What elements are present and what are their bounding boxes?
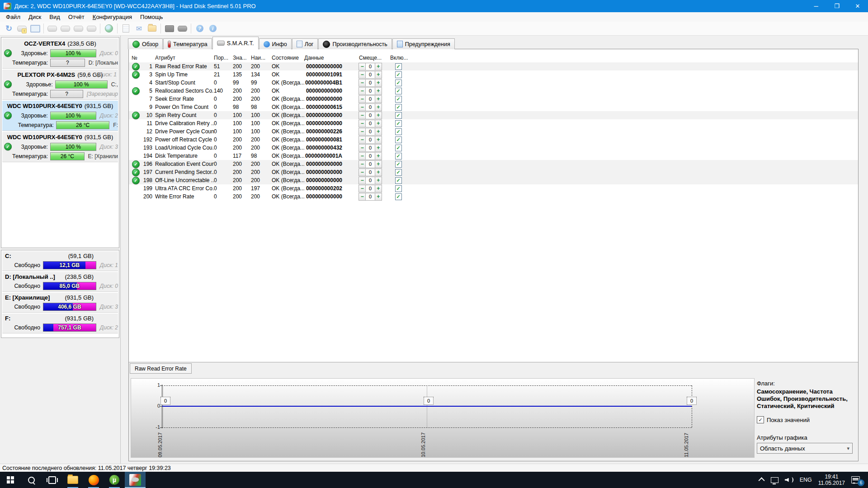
col-threshold[interactable]: Пор...: [214, 55, 233, 61]
tab-alerts[interactable]: Предупреждения: [392, 38, 455, 49]
hdsentinel-button[interactable]: [125, 472, 146, 488]
enabled-checkbox[interactable]: ✓: [395, 185, 402, 192]
offset-decrease-button[interactable]: −: [359, 103, 366, 111]
menu-item-report[interactable]: Отчёт: [64, 13, 89, 21]
enabled-checkbox[interactable]: ✓: [395, 193, 402, 200]
offset-increase-button[interactable]: +: [375, 144, 382, 152]
diskdark-icon[interactable]: [176, 23, 189, 34]
partition-panel-3[interactable]: F:(931,5 GB)Свободно757,1 GBДиск: 2: [2, 314, 118, 333]
disk-panel-0[interactable]: OCZ-VERTEX4(238,5 GB)✓Здоровье:100 %Диск…: [2, 38, 118, 69]
file-explorer-button[interactable]: [62, 472, 83, 488]
maximize-button[interactable]: ❐: [826, 0, 847, 12]
menu-item-file[interactable]: Файл: [2, 13, 24, 21]
col-value[interactable]: Зна...: [233, 55, 251, 61]
col-data[interactable]: Данные: [304, 55, 342, 61]
col-num[interactable]: №: [132, 55, 155, 61]
surface-icon[interactable]: [163, 23, 175, 34]
help-icon[interactable]: [193, 23, 206, 34]
tab-log[interactable]: Лог: [292, 38, 318, 49]
smart-row[interactable]: ✓1Raw Read Error Rate51200200OK000000000…: [129, 62, 858, 70]
offset-decrease-button[interactable]: −: [359, 152, 366, 160]
offset-increase-button[interactable]: +: [375, 71, 382, 79]
offset-increase-button[interactable]: +: [375, 103, 382, 111]
disk-panel-2[interactable]: WDC WD10PURX-64E5EY0(931,5 GB)✓Здоровье:…: [2, 101, 118, 131]
offset-decrease-button[interactable]: −: [359, 63, 366, 70]
col-attribute[interactable]: Атрибут: [155, 55, 214, 61]
col-worst[interactable]: Наи...: [251, 55, 272, 61]
smart-row[interactable]: ✓198Off-Line Uncorrectable ...0200200OK …: [129, 176, 858, 184]
screenshot-icon[interactable]: [29, 23, 41, 34]
enabled-checkbox[interactable]: ✓: [395, 120, 402, 127]
offset-decrease-button[interactable]: −: [359, 120, 366, 127]
partition-panel-0[interactable]: C:(59,1 GB)Свободно12,1 GBДиск: 1: [2, 251, 118, 271]
language-indicator[interactable]: ENG: [797, 472, 815, 488]
enabled-checkbox[interactable]: ✓: [395, 136, 402, 143]
enabled-checkbox[interactable]: ✓: [395, 128, 402, 135]
enabled-checkbox[interactable]: ✓: [395, 71, 402, 78]
volume-tray-button[interactable]: [782, 472, 797, 488]
offset-decrease-button[interactable]: −: [359, 128, 366, 136]
info-icon[interactable]: [207, 23, 219, 34]
start-button[interactable]: [0, 472, 21, 488]
offset-decrease-button[interactable]: −: [359, 87, 366, 95]
smart-row[interactable]: ✓10Spin Retry Count0100100OK (Всегда...0…: [129, 111, 858, 119]
offset-decrease-button[interactable]: −: [359, 144, 366, 152]
smart-row[interactable]: 7Seek Error Rate0200200OK (Всегда...0000…: [129, 95, 858, 103]
enabled-checkbox[interactable]: ✓: [395, 161, 402, 168]
utorrent-button[interactable]: µ: [104, 472, 125, 488]
disk-icon[interactable]: [59, 23, 71, 34]
offset-increase-button[interactable]: +: [375, 112, 382, 119]
offset-decrease-button[interactable]: −: [359, 160, 366, 168]
smart-row[interactable]: 9Power On Time Count09898OK (Всегда...00…: [129, 103, 858, 111]
tab-info[interactable]: Инфо: [259, 38, 292, 49]
enabled-checkbox[interactable]: ✓: [395, 145, 402, 151]
firefox-button[interactable]: [83, 472, 104, 488]
report-icon[interactable]: [120, 23, 132, 34]
offset-decrease-button[interactable]: −: [359, 177, 366, 184]
tray-expand-button[interactable]: [757, 472, 768, 488]
refresh-icon[interactable]: [3, 23, 15, 34]
folder-icon[interactable]: [146, 23, 158, 34]
tab-overview[interactable]: Обзор: [128, 38, 163, 49]
enabled-checkbox[interactable]: ✓: [395, 96, 402, 103]
offset-increase-button[interactable]: +: [375, 79, 382, 87]
smart-row[interactable]: ✓196Reallocation Event Count0200200OK (В…: [129, 160, 858, 168]
enabled-checkbox[interactable]: ✓: [395, 153, 402, 160]
offset-decrease-button[interactable]: −: [359, 185, 366, 192]
smart-row[interactable]: 193Load/Unload Cycle Cou...0200200OK (Вс…: [129, 144, 858, 152]
menu-item-disk[interactable]: Диск: [24, 13, 45, 21]
disk-panel-1[interactable]: PLEXTOR PX-64M2S(59,6 GB)Диск: 1✓Здоровь…: [2, 70, 118, 100]
minimize-button[interactable]: ─: [806, 0, 826, 12]
smart-row[interactable]: 192Power off Retract Cycle ...0200200OK …: [129, 136, 858, 144]
task-view-button[interactable]: [42, 472, 62, 488]
offset-increase-button[interactable]: +: [375, 193, 382, 201]
smart-row[interactable]: ✓197Current Pending Sector...0200200OK (…: [129, 168, 858, 176]
col-status[interactable]: Состояние: [272, 55, 304, 61]
tab-smart[interactable]: S.M.A.R.T.: [212, 37, 259, 49]
partition-panel-1[interactable]: D: [Локальный ..](238,5 GB)Свободно85,0 …: [2, 272, 118, 292]
offset-increase-button[interactable]: +: [375, 177, 382, 184]
menu-item-view[interactable]: Вид: [45, 13, 64, 21]
disk-icon[interactable]: [72, 23, 85, 34]
smart-row[interactable]: ✓5Reallocated Sectors Co...140200200OK00…: [129, 87, 858, 95]
graph-attributes-select[interactable]: Область данных ▾: [757, 443, 853, 454]
network-tray-button[interactable]: [768, 472, 782, 488]
offset-increase-button[interactable]: +: [375, 87, 382, 95]
enabled-checkbox[interactable]: ✓: [395, 169, 402, 176]
offset-decrease-button[interactable]: −: [359, 79, 366, 87]
disk-icon[interactable]: [46, 23, 58, 34]
tab-performance[interactable]: Производительность: [318, 38, 392, 49]
col-offset[interactable]: Смеще...: [359, 55, 382, 61]
tab-temperature[interactable]: Температура: [163, 38, 212, 49]
enabled-checkbox[interactable]: ✓: [395, 112, 402, 119]
offset-decrease-button[interactable]: −: [359, 71, 366, 79]
offset-increase-button[interactable]: +: [375, 185, 382, 192]
search-button[interactable]: [21, 472, 42, 488]
smart-row[interactable]: 200Write Error Rate0200200OK (Всегда...0…: [129, 192, 858, 201]
offset-increase-button[interactable]: +: [375, 169, 382, 176]
close-button[interactable]: ✕: [847, 0, 868, 12]
offset-increase-button[interactable]: +: [375, 120, 382, 127]
globe-icon[interactable]: [103, 23, 115, 34]
offset-increase-button[interactable]: +: [375, 63, 382, 70]
col-enabled[interactable]: Вклю...: [390, 55, 406, 61]
